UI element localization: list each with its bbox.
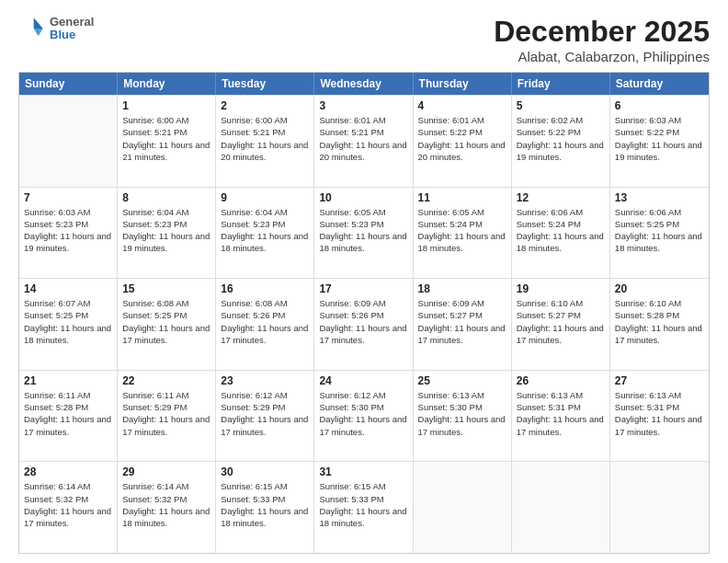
calendar-row: 14Sunrise: 6:07 AM Sunset: 5:25 PM Dayli… bbox=[19, 278, 709, 370]
svg-marker-0 bbox=[34, 17, 43, 29]
cell-info: Sunrise: 6:12 AM Sunset: 5:29 PM Dayligh… bbox=[221, 389, 309, 438]
cell-date: 17 bbox=[319, 282, 407, 295]
calendar-cell: 6Sunrise: 6:03 AM Sunset: 5:22 PM Daylig… bbox=[610, 96, 709, 187]
cell-info: Sunrise: 6:00 AM Sunset: 5:21 PM Dayligh… bbox=[122, 114, 210, 163]
cell-info: Sunrise: 6:05 AM Sunset: 5:24 PM Dayligh… bbox=[418, 206, 506, 255]
cell-date: 9 bbox=[221, 191, 309, 204]
calendar-header-cell: Sunday bbox=[19, 73, 118, 95]
calendar-cell bbox=[610, 462, 709, 553]
cell-info: Sunrise: 6:14 AM Sunset: 5:32 PM Dayligh… bbox=[24, 480, 112, 529]
cell-date: 5 bbox=[517, 99, 605, 112]
calendar-cell: 13Sunrise: 6:06 AM Sunset: 5:25 PM Dayli… bbox=[610, 188, 709, 279]
cell-info: Sunrise: 6:02 AM Sunset: 5:22 PM Dayligh… bbox=[517, 114, 605, 163]
logo: General Blue bbox=[18, 15, 94, 42]
cell-date: 3 bbox=[319, 99, 407, 112]
calendar-row: 7Sunrise: 6:03 AM Sunset: 5:23 PM Daylig… bbox=[19, 187, 709, 279]
calendar-header-cell: Saturday bbox=[610, 73, 709, 95]
calendar-cell: 22Sunrise: 6:11 AM Sunset: 5:29 PM Dayli… bbox=[118, 371, 216, 462]
calendar-cell: 2Sunrise: 6:00 AM Sunset: 5:21 PM Daylig… bbox=[216, 96, 314, 187]
calendar-cell: 8Sunrise: 6:04 AM Sunset: 5:23 PM Daylig… bbox=[118, 188, 216, 279]
main-title: December 2025 bbox=[494, 15, 710, 49]
cell-info: Sunrise: 6:06 AM Sunset: 5:24 PM Dayligh… bbox=[517, 206, 605, 255]
cell-info: Sunrise: 6:12 AM Sunset: 5:30 PM Dayligh… bbox=[319, 389, 407, 438]
cell-date: 13 bbox=[615, 191, 704, 204]
calendar-header-cell: Friday bbox=[512, 73, 610, 95]
calendar-cell: 12Sunrise: 6:06 AM Sunset: 5:24 PM Dayli… bbox=[512, 188, 610, 279]
cell-info: Sunrise: 6:09 AM Sunset: 5:26 PM Dayligh… bbox=[319, 297, 407, 346]
cell-info: Sunrise: 6:15 AM Sunset: 5:33 PM Dayligh… bbox=[319, 480, 407, 529]
logo-general: General bbox=[50, 16, 94, 29]
calendar-cell: 31Sunrise: 6:15 AM Sunset: 5:33 PM Dayli… bbox=[314, 462, 413, 553]
calendar-header-cell: Monday bbox=[118, 73, 216, 95]
subtitle: Alabat, Calabarzon, Philippines bbox=[494, 49, 710, 64]
calendar-cell: 23Sunrise: 6:12 AM Sunset: 5:29 PM Dayli… bbox=[216, 371, 314, 462]
calendar-cell bbox=[414, 462, 512, 553]
cell-date: 6 bbox=[615, 99, 704, 112]
cell-info: Sunrise: 6:03 AM Sunset: 5:22 PM Dayligh… bbox=[615, 114, 704, 163]
calendar-cell: 19Sunrise: 6:10 AM Sunset: 5:27 PM Dayli… bbox=[512, 279, 610, 370]
cell-info: Sunrise: 6:14 AM Sunset: 5:32 PM Dayligh… bbox=[122, 480, 210, 529]
cell-info: Sunrise: 6:06 AM Sunset: 5:25 PM Dayligh… bbox=[615, 206, 704, 255]
cell-date: 22 bbox=[122, 374, 210, 387]
calendar-cell: 30Sunrise: 6:15 AM Sunset: 5:33 PM Dayli… bbox=[216, 462, 314, 553]
cell-info: Sunrise: 6:10 AM Sunset: 5:27 PM Dayligh… bbox=[517, 297, 605, 346]
logo-blue: Blue bbox=[50, 29, 94, 41]
calendar-row: 21Sunrise: 6:11 AM Sunset: 5:28 PM Dayli… bbox=[19, 370, 709, 462]
cell-date: 10 bbox=[319, 191, 407, 204]
cell-date: 11 bbox=[418, 191, 506, 204]
cell-date: 30 bbox=[221, 465, 309, 478]
cell-info: Sunrise: 6:13 AM Sunset: 5:31 PM Dayligh… bbox=[615, 389, 704, 438]
calendar-row: 1Sunrise: 6:00 AM Sunset: 5:21 PM Daylig… bbox=[19, 95, 709, 187]
calendar-header: SundayMondayTuesdayWednesdayThursdayFrid… bbox=[19, 73, 709, 95]
svg-marker-1 bbox=[34, 29, 43, 36]
calendar-cell: 9Sunrise: 6:04 AM Sunset: 5:23 PM Daylig… bbox=[216, 188, 314, 279]
calendar-cell: 25Sunrise: 6:13 AM Sunset: 5:30 PM Dayli… bbox=[414, 371, 512, 462]
calendar-cell: 4Sunrise: 6:01 AM Sunset: 5:22 PM Daylig… bbox=[414, 96, 512, 187]
cell-date: 15 bbox=[122, 282, 210, 295]
calendar-cell: 15Sunrise: 6:08 AM Sunset: 5:25 PM Dayli… bbox=[118, 279, 216, 370]
calendar-header-cell: Wednesday bbox=[314, 73, 413, 95]
cell-date: 24 bbox=[319, 374, 407, 387]
cell-date: 21 bbox=[24, 374, 112, 387]
calendar-cell: 18Sunrise: 6:09 AM Sunset: 5:27 PM Dayli… bbox=[414, 279, 512, 370]
cell-date: 26 bbox=[517, 374, 605, 387]
cell-info: Sunrise: 6:08 AM Sunset: 5:26 PM Dayligh… bbox=[221, 297, 309, 346]
calendar: SundayMondayTuesdayWednesdayThursdayFrid… bbox=[18, 72, 710, 554]
calendar-cell: 27Sunrise: 6:13 AM Sunset: 5:31 PM Dayli… bbox=[610, 371, 709, 462]
cell-date: 28 bbox=[24, 465, 112, 478]
calendar-cell: 21Sunrise: 6:11 AM Sunset: 5:28 PM Dayli… bbox=[19, 371, 118, 462]
cell-info: Sunrise: 6:03 AM Sunset: 5:23 PM Dayligh… bbox=[24, 206, 112, 255]
cell-info: Sunrise: 6:10 AM Sunset: 5:28 PM Dayligh… bbox=[615, 297, 704, 346]
logo-icon bbox=[18, 15, 46, 42]
cell-date: 16 bbox=[221, 282, 309, 295]
cell-info: Sunrise: 6:11 AM Sunset: 5:29 PM Dayligh… bbox=[122, 389, 210, 438]
page: General Blue December 2025 Alabat, Calab… bbox=[0, 0, 728, 563]
calendar-cell: 7Sunrise: 6:03 AM Sunset: 5:23 PM Daylig… bbox=[19, 188, 118, 279]
cell-info: Sunrise: 6:00 AM Sunset: 5:21 PM Dayligh… bbox=[221, 114, 309, 163]
cell-date: 25 bbox=[418, 374, 506, 387]
calendar-cell: 1Sunrise: 6:00 AM Sunset: 5:21 PM Daylig… bbox=[118, 96, 216, 187]
cell-info: Sunrise: 6:15 AM Sunset: 5:33 PM Dayligh… bbox=[221, 480, 309, 529]
cell-date: 12 bbox=[517, 191, 605, 204]
calendar-cell: 10Sunrise: 6:05 AM Sunset: 5:23 PM Dayli… bbox=[314, 188, 413, 279]
calendar-header-cell: Tuesday bbox=[216, 73, 314, 95]
title-area: December 2025 Alabat, Calabarzon, Philip… bbox=[494, 15, 710, 64]
cell-info: Sunrise: 6:13 AM Sunset: 5:31 PM Dayligh… bbox=[517, 389, 605, 438]
cell-info: Sunrise: 6:04 AM Sunset: 5:23 PM Dayligh… bbox=[221, 206, 309, 255]
cell-info: Sunrise: 6:09 AM Sunset: 5:27 PM Dayligh… bbox=[418, 297, 506, 346]
cell-date: 2 bbox=[221, 99, 309, 112]
cell-date: 7 bbox=[24, 191, 112, 204]
cell-date: 23 bbox=[221, 374, 309, 387]
calendar-header-cell: Thursday bbox=[414, 73, 512, 95]
cell-date: 14 bbox=[24, 282, 112, 295]
cell-info: Sunrise: 6:05 AM Sunset: 5:23 PM Dayligh… bbox=[319, 206, 407, 255]
calendar-cell: 24Sunrise: 6:12 AM Sunset: 5:30 PM Dayli… bbox=[314, 371, 413, 462]
cell-info: Sunrise: 6:04 AM Sunset: 5:23 PM Dayligh… bbox=[122, 206, 210, 255]
calendar-cell: 11Sunrise: 6:05 AM Sunset: 5:24 PM Dayli… bbox=[414, 188, 512, 279]
calendar-cell: 14Sunrise: 6:07 AM Sunset: 5:25 PM Dayli… bbox=[19, 279, 118, 370]
header: General Blue December 2025 Alabat, Calab… bbox=[18, 15, 710, 64]
calendar-cell: 28Sunrise: 6:14 AM Sunset: 5:32 PM Dayli… bbox=[19, 462, 118, 553]
calendar-cell: 16Sunrise: 6:08 AM Sunset: 5:26 PM Dayli… bbox=[216, 279, 314, 370]
calendar-cell: 26Sunrise: 6:13 AM Sunset: 5:31 PM Dayli… bbox=[512, 371, 610, 462]
cell-info: Sunrise: 6:08 AM Sunset: 5:25 PM Dayligh… bbox=[122, 297, 210, 346]
